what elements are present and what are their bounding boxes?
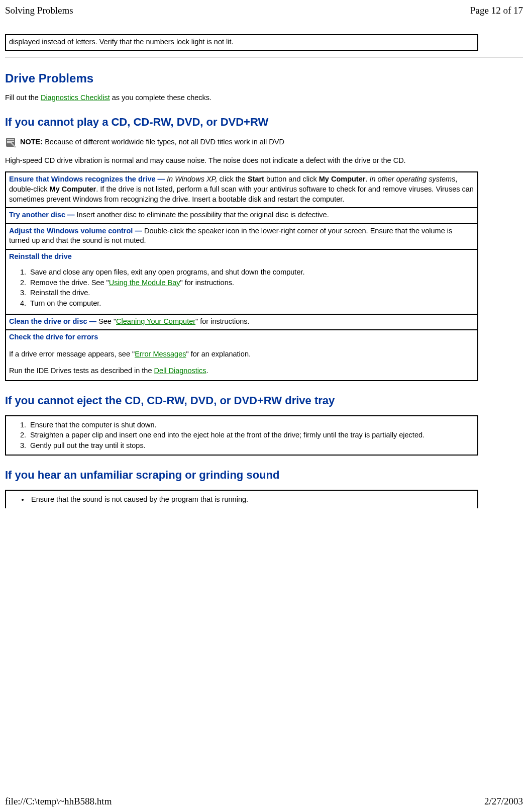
list-item: Save and close any open files, exit any …: [28, 267, 474, 278]
row2-lead: Try another disc —: [9, 211, 77, 219]
using-module-bay-link[interactable]: Using the Module Bay: [109, 279, 180, 287]
row5-post: " for instructions.: [195, 317, 250, 325]
row1-b1: Start: [248, 175, 264, 183]
dell-diagnostics-link[interactable]: Dell Diagnostics: [154, 367, 206, 375]
subsection-2-heading: If you cannot eject the CD, CD-RW, DVD, …: [5, 393, 523, 408]
troubleshoot-table-3: Ensure that the sound is not caused by t…: [5, 490, 478, 509]
row1-t2: click the: [217, 175, 247, 183]
doc-title: Solving Problems: [5, 4, 73, 17]
row5-lead: Clean the drive or disc —: [9, 317, 98, 325]
list-item: Straighten a paper clip and insert one e…: [28, 430, 474, 440]
note-icon: [5, 137, 16, 148]
page-number: Page 12 of 17: [470, 4, 523, 17]
note-label: NOTE:: [20, 138, 45, 146]
section-heading: Drive Problems: [5, 70, 523, 86]
sub1-para: High-speed CD drive vibration is normal …: [5, 156, 523, 166]
list-item: Reinstall the drive.: [28, 288, 474, 298]
table-row: Reinstall the drive Save and close any o…: [6, 249, 478, 314]
note-text: NOTE: Because of different worldwide fil…: [20, 137, 284, 147]
footer-path: file://C:\temp\~hhB588.htm: [5, 795, 112, 808]
r4-li2-post: " for instructions.: [180, 279, 235, 287]
error-messages-link[interactable]: Error Messages: [135, 350, 186, 358]
list-item: Ensure that the computer is shut down.: [28, 420, 474, 430]
row3-lead: Adjust the Windows volume control —: [9, 227, 144, 235]
troubleshoot-table-1: Ensure that Windows recognizes the drive…: [5, 171, 478, 381]
row2-text: Insert another disc to eliminate the pos…: [77, 211, 329, 219]
row1-lead: Ensure that Windows recognizes the drive…: [9, 175, 167, 183]
row1-b2: My Computer: [319, 175, 366, 183]
table-row: Ensure that the computer is shut down. S…: [6, 416, 478, 456]
table-row: Ensure that the sound is not caused by t…: [6, 490, 478, 509]
table-row: Check the drive for errors If a drive er…: [6, 330, 478, 381]
section-intro: Fill out the Diagnostics Checklist as yo…: [5, 93, 523, 103]
table-row: Adjust the Windows volume control — Doub…: [6, 224, 478, 249]
row4-lead: Reinstall the drive: [9, 252, 72, 260]
row1-t3: button and click: [264, 175, 319, 183]
row5-pre: See ": [98, 317, 116, 325]
list-item: Ensure that the sound is not caused by t…: [29, 495, 474, 505]
intro-post: as you complete these checks.: [110, 94, 212, 102]
table-row: Try another disc — Insert another disc t…: [6, 208, 478, 224]
table-row: Clean the drive or disc — See "Cleaning …: [6, 314, 478, 330]
list-item: Turn on the computer.: [28, 299, 474, 309]
r6-p2-post: .: [206, 367, 208, 375]
row6-p1: If a drive error message appears, see "E…: [9, 349, 474, 359]
troubleshoot-table-2: Ensure that the computer is shut down. S…: [5, 415, 478, 456]
row1-b3: My Computer: [50, 185, 96, 193]
intro-pre: Fill out the: [5, 94, 41, 102]
r6-p1-post: " for an explanation.: [186, 350, 251, 358]
note-body: Because of different worldwide file type…: [45, 138, 284, 146]
subsection-1-heading: If you cannot play a CD, CD-RW, DVD, or …: [5, 115, 523, 130]
r4-li2-pre: Remove the drive. See ": [30, 279, 109, 287]
top-fragment-box: displayed instead of letters. Verify tha…: [5, 34, 478, 51]
subsection-3-heading: If you hear an unfamiliar scraping or gr…: [5, 468, 523, 483]
section-divider: [5, 57, 523, 57]
r6-p2-pre: Run the IDE Drives tests as described in…: [9, 367, 154, 375]
footer-date: 2/27/2003: [484, 795, 523, 808]
cleaning-your-computer-link[interactable]: Cleaning Your Computer: [116, 317, 195, 325]
top-fragment-text: displayed instead of letters. Verify tha…: [6, 35, 478, 51]
note-row: NOTE: Because of different worldwide fil…: [5, 137, 523, 148]
table-row: Ensure that Windows recognizes the drive…: [6, 172, 478, 208]
row1-i1: In Windows XP,: [167, 175, 217, 183]
list-item: Remove the drive. See "Using the Module …: [28, 278, 474, 288]
row1-i2: In other operating systems: [369, 175, 455, 183]
row6-lead: Check the drive for errors: [9, 333, 98, 341]
diagnostics-checklist-link[interactable]: Diagnostics Checklist: [41, 94, 110, 102]
row6-p2: Run the IDE Drives tests as described in…: [9, 366, 474, 376]
r6-p1-pre: If a drive error message appears, see ": [9, 350, 135, 358]
list-item: Gently pull out the tray until it stops.: [28, 441, 474, 451]
